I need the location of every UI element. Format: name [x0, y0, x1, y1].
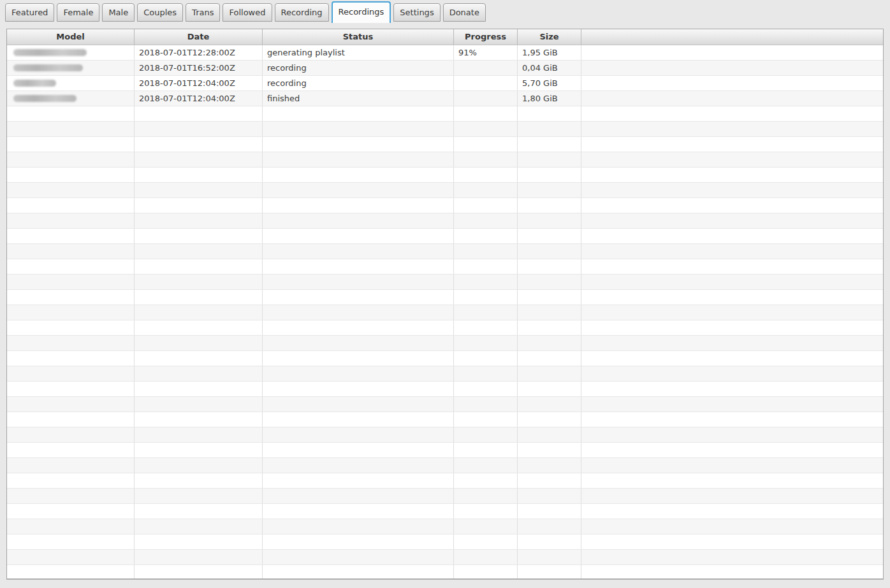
- empty-cell: [454, 259, 518, 274]
- empty-cell: [7, 519, 135, 534]
- empty-cell: [518, 427, 581, 442]
- empty-cell: [135, 122, 263, 136]
- empty-cell: [7, 412, 135, 427]
- empty-row: [7, 382, 883, 397]
- empty-cell: [135, 320, 263, 335]
- empty-row: [7, 550, 883, 565]
- tab-recording[interactable]: Recording: [275, 3, 329, 22]
- empty-cell: [454, 244, 518, 259]
- empty-cell: [581, 305, 883, 320]
- empty-cell: [454, 382, 518, 396]
- tab-donate[interactable]: Donate: [443, 3, 486, 22]
- empty-row: [7, 213, 883, 229]
- empty-cell: [263, 366, 454, 381]
- empty-cell: [518, 504, 581, 519]
- empty-cell: [263, 489, 454, 503]
- empty-cell: [7, 427, 135, 442]
- column-header-status[interactable]: Status: [263, 29, 454, 45]
- empty-cell: [518, 152, 581, 167]
- cell-status: finished: [263, 91, 454, 106]
- empty-cell: [135, 168, 263, 182]
- cell-model: [7, 76, 135, 90]
- model-name-redacted: [13, 95, 77, 102]
- column-header-date[interactable]: Date: [135, 29, 263, 45]
- empty-cell: [518, 244, 581, 259]
- table-body: 2018-07-01T12:28:00Zgenerating playlist9…: [7, 45, 883, 580]
- empty-cell: [454, 504, 518, 519]
- empty-cell: [263, 382, 454, 396]
- empty-row: [7, 534, 883, 550]
- empty-cell: [581, 106, 883, 121]
- cell-status: recording: [263, 61, 454, 75]
- tab-male[interactable]: Male: [102, 3, 135, 22]
- empty-cell: [581, 427, 883, 442]
- empty-cell: [454, 106, 518, 121]
- empty-row: [7, 473, 883, 489]
- tab-couples[interactable]: Couples: [137, 3, 183, 22]
- empty-cell: [581, 504, 883, 519]
- empty-row: [7, 412, 883, 427]
- empty-cell: [581, 198, 883, 213]
- empty-cell: [7, 366, 135, 381]
- empty-cell: [518, 290, 581, 305]
- empty-cell: [454, 458, 518, 473]
- empty-cell: [263, 458, 454, 473]
- empty-cell: [263, 504, 454, 519]
- empty-cell: [454, 336, 518, 350]
- column-header-progress[interactable]: Progress: [454, 29, 518, 45]
- empty-cell: [454, 412, 518, 427]
- cell-size: 5,70 GiB: [518, 76, 581, 90]
- cell-size: 0,04 GiB: [518, 61, 581, 75]
- empty-cell: [135, 427, 263, 442]
- empty-cell: [581, 412, 883, 427]
- column-header-filler[interactable]: [581, 29, 883, 45]
- empty-row: [7, 397, 883, 412]
- cell-progress: [454, 91, 518, 106]
- tab-recordings[interactable]: Recordings: [332, 1, 391, 23]
- empty-cell: [581, 122, 883, 136]
- table-row[interactable]: 2018-07-01T12:28:00Zgenerating playlist9…: [7, 45, 883, 61]
- column-header-model[interactable]: Model: [7, 29, 135, 45]
- empty-cell: [518, 213, 581, 228]
- empty-cell: [518, 275, 581, 289]
- table-row[interactable]: 2018-07-01T12:04:00Zrecording5,70 GiB: [7, 76, 883, 91]
- empty-cell: [518, 259, 581, 274]
- empty-cell: [135, 259, 263, 274]
- empty-cell: [454, 519, 518, 534]
- column-header-size[interactable]: Size: [518, 29, 581, 45]
- empty-cell: [7, 336, 135, 350]
- tab-featured[interactable]: Featured: [5, 3, 54, 22]
- empty-cell: [454, 489, 518, 503]
- empty-cell: [135, 305, 263, 320]
- cell-size: 1,80 GiB: [518, 91, 581, 106]
- tab-trans[interactable]: Trans: [186, 3, 220, 22]
- empty-cell: [263, 519, 454, 534]
- table-row[interactable]: 2018-07-01T16:52:00Zrecording0,04 GiB: [7, 61, 883, 76]
- cell-model: [7, 45, 135, 60]
- cell-status: generating playlist: [263, 45, 454, 60]
- empty-cell: [581, 259, 883, 274]
- empty-cell: [581, 137, 883, 152]
- empty-cell: [7, 137, 135, 152]
- tab-followed[interactable]: Followed: [222, 3, 272, 22]
- cell-progress: [454, 61, 518, 75]
- empty-cell: [581, 366, 883, 381]
- empty-cell: [454, 351, 518, 366]
- empty-cell: [135, 229, 263, 243]
- cell-date: 2018-07-01T12:28:00Z: [135, 45, 263, 60]
- empty-cell: [7, 443, 135, 457]
- empty-cell: [518, 443, 581, 457]
- empty-row: [7, 137, 883, 152]
- empty-cell: [7, 122, 135, 136]
- empty-cell: [135, 550, 263, 564]
- empty-cell: [135, 336, 263, 350]
- table-row[interactable]: 2018-07-01T12:04:00Zfinished1,80 GiB: [7, 91, 883, 106]
- empty-cell: [581, 443, 883, 457]
- empty-row: [7, 519, 883, 534]
- app-window: FeaturedFemaleMaleCouplesTransFollowedRe…: [0, 0, 890, 588]
- tab-settings[interactable]: Settings: [393, 3, 440, 22]
- empty-row: [7, 489, 883, 504]
- empty-row: [7, 305, 883, 320]
- tab-female[interactable]: Female: [57, 3, 99, 22]
- empty-cell: [7, 275, 135, 289]
